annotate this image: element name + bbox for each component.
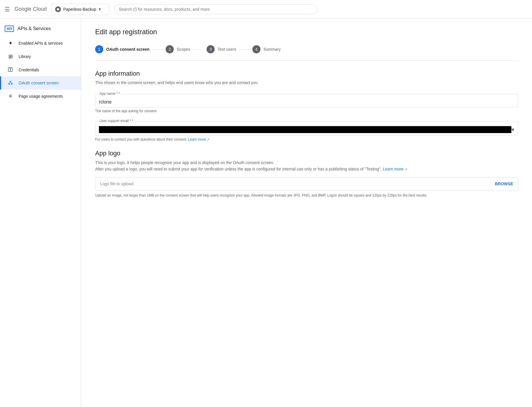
sidebar-item-label: Enabled APIs & services	[19, 41, 63, 46]
step-2-circle: 2	[166, 45, 174, 53]
user-support-email-field[interactable]: User support email * ▾	[95, 121, 518, 136]
enabled-apis-icon: ✦	[7, 40, 14, 46]
user-support-email-label: User support email *	[98, 119, 135, 123]
app-info-title: App information	[95, 70, 518, 77]
cloud-text: Cloud	[33, 6, 47, 12]
stepper: 1 OAuth consent screen 2 Scopes 3 Test u…	[95, 45, 518, 61]
user-support-email-group: User support email * ▾ For users to cont…	[95, 121, 518, 141]
email-select-value	[99, 126, 511, 133]
app-logo-learn-more-link[interactable]: Learn more	[383, 167, 403, 171]
step-4[interactable]: 4 Summary	[252, 45, 281, 53]
google-logo-text: Google	[15, 6, 31, 12]
page-usage-icon: ≡	[7, 93, 14, 99]
sidebar-item-oauth-consent[interactable]: ⁂ OAuth consent screen	[0, 76, 81, 90]
external-link-icon: ↗	[207, 138, 209, 141]
app-info-desc: This shows in the consent screen, and he…	[95, 80, 518, 86]
app-name-input[interactable]	[99, 99, 514, 105]
app-layout: API APIs & Services ✦ Enabled APIs & ser…	[0, 19, 532, 407]
sidebar-item-credentials[interactable]: ⚿ Credentials	[0, 63, 81, 76]
step-3[interactable]: 3 Test users	[207, 45, 236, 53]
step-1-circle: 1	[95, 45, 103, 53]
step-divider-2	[193, 49, 204, 50]
learn-more-link[interactable]: Learn more	[188, 137, 206, 141]
top-nav: ☰ Google Cloud Paperless-Backup ▾	[0, 0, 532, 19]
app-name-field: App name *	[95, 94, 518, 107]
sidebar-item-label: Credentials	[19, 68, 39, 72]
app-logo-desc: This is your logo. It helps people recog…	[95, 159, 518, 172]
oauth-icon: ⁂	[7, 80, 14, 86]
sidebar-header: API APIs & Services	[0, 23, 81, 37]
app-name-hint: The name of the app asking for consent	[95, 109, 518, 113]
search-bar[interactable]	[114, 4, 317, 14]
page-title: Edit app registration	[95, 28, 518, 36]
search-input[interactable]	[119, 7, 312, 12]
credentials-icon: ⚿	[7, 67, 14, 73]
project-avatar	[55, 6, 61, 12]
sidebar-title: APIs & Services	[17, 26, 51, 31]
project-selector[interactable]: Paperless-Backup ▾	[51, 4, 109, 15]
sidebar-nav: ✦ Enabled APIs & services ⊞ Library ⚿ Cr…	[0, 37, 81, 103]
step-4-circle: 4	[252, 45, 260, 53]
step-3-label: Test users	[218, 47, 236, 52]
step-divider-3	[238, 49, 250, 50]
app-name-group: App name * The name of the app asking fo…	[95, 94, 518, 113]
step-2[interactable]: 2 Scopes	[166, 45, 190, 53]
app-logo-title: App logo	[95, 150, 518, 157]
step-1-label: OAuth consent screen	[106, 47, 149, 52]
sidebar-item-enabled-apis[interactable]: ✦ Enabled APIs & services	[0, 37, 81, 50]
step-1[interactable]: 1 OAuth consent screen	[95, 45, 149, 53]
app-name-label: App name *	[98, 92, 121, 96]
main-content: Edit app registration 1 OAuth consent sc…	[81, 19, 532, 407]
browse-button[interactable]: BROWSE	[495, 181, 513, 186]
sidebar-item-label: Page usage agreements	[19, 94, 63, 99]
project-name: Paperless-Backup	[63, 7, 96, 12]
chevron-down-icon: ▾	[511, 126, 514, 133]
logo-upload-hint: Upload an image, not larger than 1MB on …	[95, 193, 518, 198]
external-link-icon-2: ↗	[405, 168, 407, 171]
logo-upload-placeholder: Logo file to upload	[100, 181, 133, 186]
sidebar-item-page-usage[interactable]: ≡ Page usage agreements	[0, 90, 81, 103]
sidebar-item-label: Library	[19, 54, 31, 59]
library-icon: ⊞	[7, 53, 14, 60]
sidebar-item-library[interactable]: ⊞ Library	[0, 50, 81, 63]
step-divider-1	[152, 49, 163, 50]
logo-upload-box[interactable]: Logo file to upload BROWSE	[95, 177, 518, 190]
sidebar: API APIs & Services ✦ Enabled APIs & ser…	[0, 19, 81, 407]
step-2-label: Scopes	[177, 47, 190, 52]
step-4-label: Summary	[263, 47, 281, 52]
api-badge: API	[5, 26, 14, 32]
sidebar-item-label: OAuth consent screen	[19, 81, 59, 85]
google-cloud-logo: Google Cloud	[15, 6, 47, 12]
step-3-circle: 3	[207, 45, 215, 53]
chevron-down-icon: ▾	[99, 6, 101, 12]
hamburger-icon[interactable]: ☰	[5, 6, 10, 13]
user-support-email-hint: For users to contact you with questions …	[95, 137, 518, 141]
